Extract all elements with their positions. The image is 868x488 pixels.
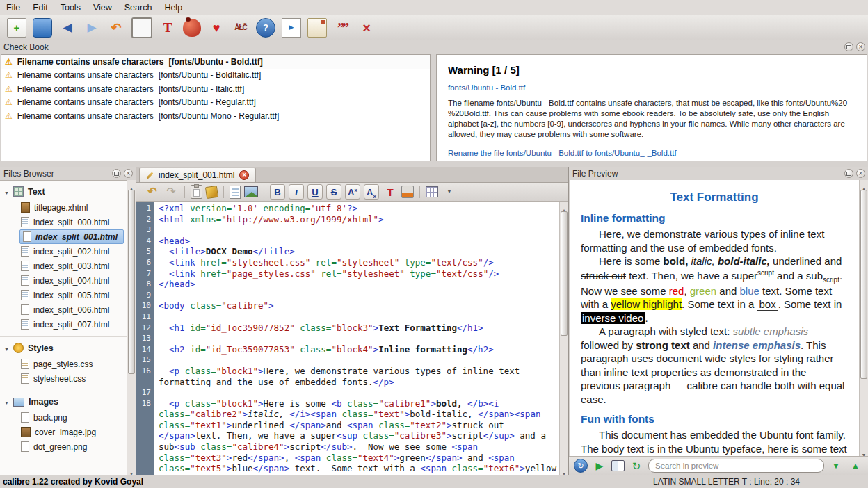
code-line[interactable]: 5 <title>DOCX Demo</title> xyxy=(136,246,558,257)
strikethrough-button[interactable]: S xyxy=(326,184,341,200)
file-item[interactable]: index_split_001.html xyxy=(19,229,124,244)
launch-viewer-icon[interactable]: ▶ xyxy=(282,18,301,38)
file-item[interactable]: titlepage.xhtml xyxy=(0,200,127,215)
code-line[interactable]: 1<?xml version='1.0' encoding='utf-8'?> xyxy=(136,203,558,214)
undo-icon[interactable]: ↶ xyxy=(107,19,125,37)
underline-button[interactable]: U xyxy=(307,184,323,200)
scroll-down-arrow-icon[interactable] xyxy=(560,466,568,474)
undo-icon[interactable]: ↶ xyxy=(145,184,160,200)
donate-icon[interactable]: ♥ xyxy=(207,19,225,37)
help-icon[interactable]: ? xyxy=(256,18,275,38)
toolbar-overflow-icon[interactable]: ▼ xyxy=(442,184,457,200)
editor-scrollbar[interactable] xyxy=(559,202,568,475)
open-in-viewer-icon[interactable] xyxy=(611,460,625,471)
find-previous-icon[interactable]: ▲ xyxy=(848,457,863,474)
insert-tag-icon[interactable] xyxy=(426,186,438,197)
insert-image-icon[interactable] xyxy=(244,186,258,197)
menu-file[interactable]: File xyxy=(0,1,26,14)
menu-search[interactable]: Search xyxy=(118,1,159,14)
close-panel-button[interactable] xyxy=(856,169,865,178)
set-semantics-icon[interactable]: T xyxy=(159,19,177,37)
remove-unused-css-icon[interactable]: × xyxy=(357,19,376,37)
code-line[interactable]: 2<html xmlns="http://www.w3.org/1999/xht… xyxy=(136,214,558,225)
scroll-down-arrow-icon[interactable] xyxy=(860,447,868,455)
manage-fonts-icon[interactable]: ÅŁČ xyxy=(232,19,250,37)
check-issue-row[interactable]: Filename contains unsafe characters[font… xyxy=(1,82,430,96)
file-item[interactable]: dot_green.png xyxy=(0,439,127,454)
refresh-preview-icon[interactable]: ↻ xyxy=(629,457,644,474)
insert-rule-icon[interactable] xyxy=(230,186,241,199)
paste-icon[interactable] xyxy=(191,185,202,199)
preview-search-input[interactable] xyxy=(648,459,824,473)
font-color-button[interactable]: T xyxy=(383,184,398,200)
file-item[interactable]: stylesheet.css xyxy=(0,371,127,386)
check-issue-row[interactable]: Filename contains unsafe characters[font… xyxy=(1,55,430,69)
code-line[interactable]: 9 xyxy=(136,290,558,301)
code-line[interactable]: 10<body class="calibre"> xyxy=(136,300,558,311)
file-item[interactable]: index_split_002.html xyxy=(0,244,127,259)
file-item[interactable]: page_styles.css xyxy=(0,357,127,371)
collapse-arrow-icon[interactable] xyxy=(4,343,9,353)
italic-button[interactable]: I xyxy=(289,184,304,200)
code-line[interactable]: 11 xyxy=(136,311,558,323)
code-line[interactable]: 8</head> xyxy=(136,279,558,290)
bold-button[interactable]: B xyxy=(270,184,285,200)
warning-file-link[interactable]: fonts/Ubuntu - Bold.ttf xyxy=(448,83,855,92)
file-item[interactable]: index_split_000.html xyxy=(0,215,127,229)
close-tab-icon[interactable] xyxy=(239,170,249,180)
scroll-thumb[interactable] xyxy=(561,211,568,336)
code-line[interactable]: 7 <link href="page_styles.css" rel="styl… xyxy=(136,268,558,279)
back-icon[interactable]: ◀ xyxy=(58,19,77,37)
float-panel-button[interactable] xyxy=(844,42,853,51)
superscript-button[interactable]: A xyxy=(345,184,360,200)
pretty-print-icon[interactable] xyxy=(205,185,218,198)
warning-fix-link[interactable]: Rename the file fonts/Ubuntu - Bold.ttf … xyxy=(448,149,855,157)
tab-index-split-001[interactable]: index_split_001.html xyxy=(139,168,256,182)
new-file-icon[interactable]: + xyxy=(7,18,26,38)
files-scrollbar[interactable] xyxy=(127,180,136,475)
scroll-down-arrow-icon[interactable] xyxy=(127,466,136,474)
file-item[interactable]: index_split_005.html xyxy=(0,288,127,302)
check-book-icon[interactable] xyxy=(183,19,201,37)
close-panel-button[interactable] xyxy=(856,42,865,51)
section-header-text[interactable]: Text xyxy=(0,183,127,200)
code-line[interactable]: 3 xyxy=(136,225,558,236)
scroll-up-arrow-icon[interactable] xyxy=(127,181,136,189)
file-item[interactable]: index_split_007.html xyxy=(0,317,127,332)
auto-reload-icon[interactable]: ↻ xyxy=(574,459,588,473)
check-issue-row[interactable]: Filename contains unsafe characters[font… xyxy=(1,96,430,110)
check-issue-row[interactable]: Filename contains unsafe characters[font… xyxy=(1,109,430,123)
open-ebook-icon[interactable] xyxy=(33,18,52,38)
find-next-icon[interactable]: ▼ xyxy=(828,457,844,474)
scroll-thumb[interactable] xyxy=(128,190,135,374)
forward-icon[interactable]: ▶ xyxy=(83,19,101,37)
float-panel-button[interactable] xyxy=(112,169,121,178)
collapse-arrow-icon[interactable] xyxy=(4,397,9,407)
file-item[interactable]: back.png xyxy=(0,410,127,425)
file-item[interactable]: index_split_006.html xyxy=(0,302,127,317)
scroll-thumb[interactable] xyxy=(860,190,867,379)
scroll-up-arrow-icon[interactable] xyxy=(560,202,568,211)
redo-icon[interactable]: ↷ xyxy=(163,184,179,200)
menu-help[interactable]: Help xyxy=(158,1,188,14)
section-header-images[interactable]: Images xyxy=(0,393,127,410)
code-line[interactable]: 17 xyxy=(136,387,558,398)
subscript-button[interactable]: A xyxy=(364,184,379,200)
file-item[interactable]: index_split_004.html xyxy=(0,273,127,288)
check-issue-row[interactable]: Filename contains unsafe characters[font… xyxy=(1,69,430,83)
code-line[interactable]: 6 <link href="stylesheet.css" rel="style… xyxy=(136,257,558,268)
collapse-arrow-icon[interactable] xyxy=(4,187,9,197)
code-editor[interactable]: 1<?xml version='1.0' encoding='utf-8'?>2… xyxy=(136,202,568,475)
file-item[interactable]: cover_image.jpg xyxy=(0,425,127,439)
arrange-files-icon[interactable] xyxy=(307,18,327,38)
device-preview-icon[interactable] xyxy=(131,17,152,38)
menu-view[interactable]: View xyxy=(87,1,118,14)
code-line[interactable]: 12 <h1 id="id_Toc359077852" class="block… xyxy=(136,323,558,334)
code-line[interactable]: 14 <h2 id="id_Toc359077853" class="block… xyxy=(136,344,558,355)
code-line[interactable]: 15 xyxy=(136,355,558,366)
menu-edit[interactable]: Edit xyxy=(26,1,54,14)
section-header-styles[interactable]: Styles xyxy=(0,339,127,357)
run-preview-icon[interactable]: ▶ xyxy=(592,457,607,474)
file-item[interactable]: index_split_003.html xyxy=(0,259,127,273)
code-line[interactable]: 13 xyxy=(136,333,558,344)
